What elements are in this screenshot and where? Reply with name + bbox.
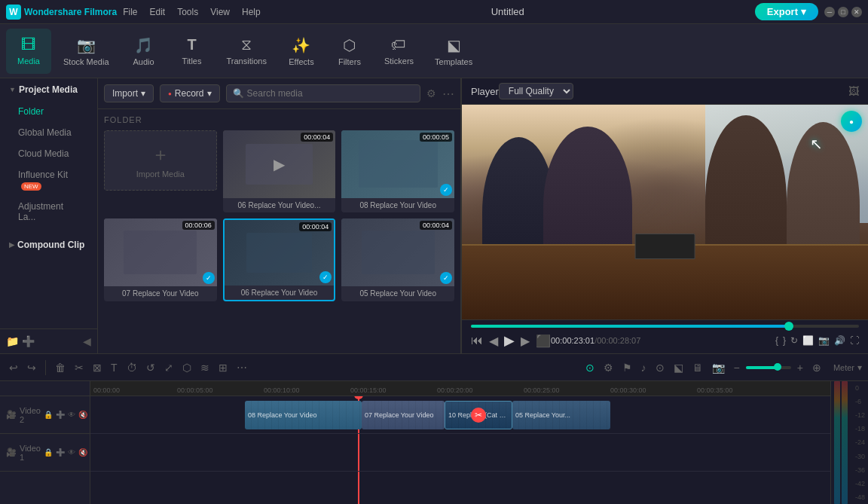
clip-07-replace[interactable]: 07 Replace Your Video [362,401,445,429]
more-options-icon[interactable]: ⋯ [442,87,454,101]
thumbnail-05r[interactable]: 00:00:04 ✓ 05 Replace Your Video [341,218,454,301]
tl-pip-icon[interactable]: ⬕ [671,360,686,375]
collapse-sidebar-icon[interactable]: ◀ [83,335,91,347]
zoom-out-icon[interactable]: − [731,360,743,375]
more-btn2[interactable]: ≋ [197,360,212,375]
frame-forward-icon[interactable]: ▶ [521,334,530,348]
video2-eye-icon[interactable]: 👁 [68,411,75,419]
minimize-button[interactable]: ─ [824,7,835,17]
menu-tools[interactable]: Tools [177,7,198,17]
video1-add-icon[interactable]: ➕ [56,448,65,457]
snapshot-icon[interactable]: 🖼 [848,85,859,97]
menu-view[interactable]: View [210,7,230,17]
export-button[interactable]: Export ▾ [755,3,818,20]
toolbar-item-filters[interactable]: ⬡ Filters [327,29,372,74]
toolbar-item-audio[interactable]: 🎵 Audio [121,29,167,74]
maximize-button[interactable]: □ [838,7,848,17]
player-indicator[interactable]: ● [841,111,862,132]
skip-back-icon[interactable]: ⏮ [471,334,483,347]
toolbar-item-transitions[interactable]: ⧖ Transitions [218,29,276,74]
mark-in-icon[interactable]: { [775,335,778,346]
pip-icon[interactable]: ⬜ [802,335,814,346]
clip-10-replace[interactable]: 10 Replace (Cat W... ✂ [445,401,512,429]
sidebar-compound-clip-header[interactable]: ▶ Compound Clip [0,234,97,256]
speed-button[interactable]: ⏱ [124,360,140,375]
toolbar-item-templates[interactable]: ⬕ Templates [426,29,481,74]
filter-icon[interactable]: ⚙ [426,87,436,99]
scissors-icon[interactable]: ✂ [471,408,486,423]
tl-screen-icon[interactable]: 🖥 [689,360,706,375]
volume-icon[interactable]: 🔊 [834,335,845,346]
import-button[interactable]: Import ▾ [104,84,154,102]
tl-camera-icon[interactable]: 📷 [709,360,728,375]
expand-icon[interactable]: ⋯ [234,360,250,375]
meter-chevron-icon[interactable]: ▾ [857,362,862,373]
sidebar-item-folder[interactable]: Folder [6,102,91,121]
new-folder-icon[interactable]: 📁 [6,335,19,347]
video2-lock-icon[interactable]: 🔒 [44,411,53,419]
sidebar-item-global-media[interactable]: Global Media [6,123,91,142]
search-input[interactable] [247,88,414,99]
add-item-icon[interactable]: ➕ [22,335,35,347]
fullscreen-icon[interactable]: ⛶ [850,335,859,346]
close-button[interactable]: ✕ [851,7,862,17]
rotate-button[interactable]: ↺ [143,360,158,375]
tl-mark-icon[interactable]: ⚑ [619,360,635,375]
add-track-icon[interactable]: ⊕ [809,360,824,375]
record-chevron-icon: ▾ [207,88,212,99]
mark-out-icon[interactable]: } [783,335,786,346]
sidebar-item-cloud-media[interactable]: Cloud Media [6,144,91,163]
tl-magnet-icon[interactable]: ⚙ [601,360,616,375]
clip-08-replace[interactable]: 08 Replace Your Video [245,401,362,429]
sidebar-item-adjustment[interactable]: Adjustment La... [6,197,91,227]
frame-back-icon[interactable]: ◀ [489,334,498,348]
progress-handle[interactable] [784,322,793,331]
text-button[interactable]: T [108,360,121,375]
tl-audio-icon[interactable]: ♪ [638,360,649,375]
screenshot-icon[interactable]: 📷 [818,335,830,346]
video1-mute-icon[interactable]: 🔇 [78,448,87,457]
toolbar-item-titles[interactable]: T Titles [170,29,215,74]
undo-button[interactable]: ↩ [6,360,21,375]
delete-button[interactable]: 🗑 [52,360,69,375]
tl-options-icon[interactable]: ⊙ [653,360,668,375]
thumbnail-06r[interactable]: ▶ 00:00:04 06 Replace Your Video... [223,130,336,212]
thumbnail-08r[interactable]: 00:00:05 ✓ 08 Replace Your Video [341,130,454,212]
cut-button[interactable]: ✂ [72,360,87,375]
more-btn1[interactable]: ⬡ [179,360,194,375]
zoom-in-icon[interactable]: + [794,360,806,375]
loop-icon[interactable]: ↻ [790,335,798,346]
export-label: Export [767,6,798,17]
video1-eye-icon[interactable]: 👁 [68,448,75,457]
tl-snap-icon[interactable]: ⊙ [582,360,598,375]
toolbar-item-stickers[interactable]: 🏷 Stickers [375,29,423,74]
menu-help[interactable]: Help [242,7,261,17]
video2-add-icon[interactable]: ➕ [56,411,65,419]
stop-icon[interactable]: ⬛ [536,334,551,348]
menu-file[interactable]: File [123,7,137,17]
sidebar-item-influence-kit[interactable]: Influence Kit NEW [6,165,91,195]
toolbar-item-stock-media[interactable]: 📷 Stock Media [54,29,118,74]
toolbar-item-effects[interactable]: ✨ Effects [279,29,324,74]
record-button[interactable]: ● Record ▾ [160,84,220,102]
video2-mute-icon[interactable]: 🔇 [78,411,87,419]
import-media-tile[interactable]: ＋ Import Media [104,130,217,191]
zoom-slider[interactable] [746,366,791,369]
thumbnail-07r[interactable]: 00:00:06 ✓ 07 Replace Your Video [104,218,217,301]
folder-label: FOLDER [104,115,454,124]
timeline-ruler[interactable]: 00:00:00 00:00:05:00 00:00:10:00 00:00:1… [90,381,830,396]
video1-lock-icon[interactable]: 🔒 [44,448,53,457]
crop-button[interactable]: ⊠ [90,360,105,375]
quality-select[interactable]: Full Quality [499,83,573,99]
play-icon[interactable]: ▶ [504,332,515,349]
menu-edit[interactable]: Edit [149,7,165,17]
thumbnail-06b[interactable]: 00:00:04 ✓ 06 Replace Your Video [223,218,336,301]
toolbar-item-media[interactable]: 🎞 Media [6,29,51,74]
progress-bar[interactable] [471,325,859,328]
clip-05-replace[interactable]: 05 Replace Your... [512,401,610,429]
export-chevron-icon: ▾ [801,6,806,17]
scale-button[interactable]: ⤢ [161,360,176,375]
sidebar-project-media-header[interactable]: ▼ Project Media [0,78,97,101]
redo-button[interactable]: ↪ [24,360,39,375]
more-btn3[interactable]: ⊞ [215,360,231,375]
